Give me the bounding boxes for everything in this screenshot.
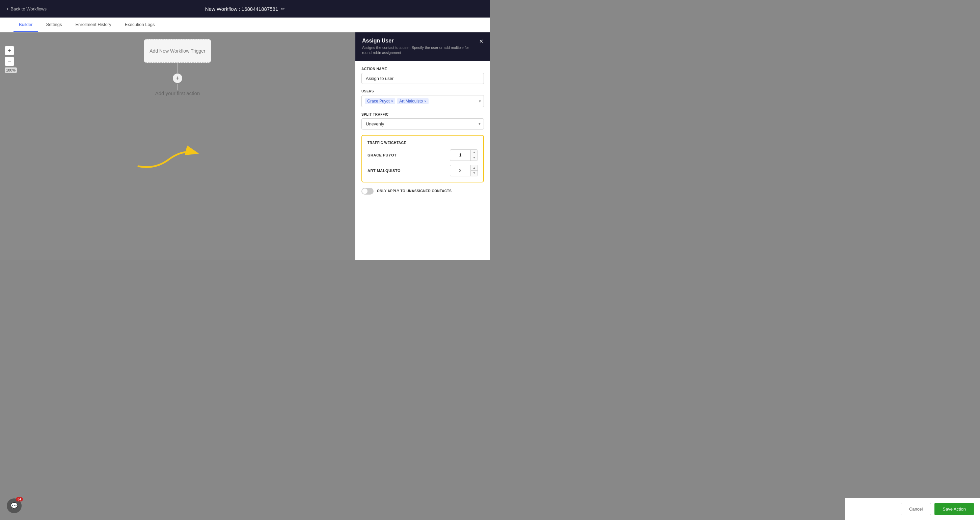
toggle-row: ONLY APPLY TO UNASSIGNED CONTACTS	[361, 188, 484, 195]
weightage-stepper-art: ▲ ▼	[450, 165, 478, 176]
add-action-button[interactable]: +	[172, 73, 183, 84]
close-button[interactable]: ×	[479, 38, 483, 44]
canvas-area: + − 100% Add New Workflow Trigger + Add …	[0, 32, 355, 260]
weightage-row-grace: GRACE PUYOT ▲ ▼	[368, 149, 478, 161]
back-label: Back to Workflows	[10, 6, 46, 11]
stepper-arrows-grace: ▲ ▼	[471, 150, 477, 160]
stepper-up-grace[interactable]: ▲	[471, 150, 477, 155]
stepper-up-art[interactable]: ▲	[471, 165, 477, 171]
connector-line-1	[177, 63, 178, 73]
toggle-label: ONLY APPLY TO UNASSIGNED CONTACTS	[377, 189, 452, 193]
tab-bar: Builder Settings Enrollment History Exec…	[0, 17, 490, 32]
zoom-level: 100%	[5, 67, 17, 73]
split-traffic-select[interactable]: Evenly Unevenly	[361, 118, 484, 130]
unassigned-toggle[interactable]	[361, 188, 374, 195]
top-bar: ‹ Back to Workflows New Workflow : 16884…	[0, 0, 490, 17]
user-tag-art-close[interactable]: ×	[424, 99, 426, 103]
first-action-label: Add your first action	[155, 90, 200, 96]
add-action-icon: +	[176, 75, 180, 82]
trigger-node[interactable]: Add New Workflow Trigger	[144, 39, 211, 63]
tab-execution-logs[interactable]: Execution Logs	[119, 18, 160, 32]
user-tag-grace: Grace Puyot ×	[365, 98, 395, 104]
stepper-down-grace[interactable]: ▼	[471, 155, 477, 160]
panel-title: Assign User	[362, 38, 476, 44]
panel-title-area: Assign User Assigns the contact to a use…	[362, 38, 476, 55]
user-tag-grace-name: Grace Puyot	[367, 99, 390, 103]
weightage-name-art: ART MALQUISTO	[368, 169, 401, 173]
user-tag-art: Art Malquisto ×	[397, 98, 428, 104]
stepper-arrows-art: ▲ ▼	[471, 165, 477, 176]
zoom-in-button[interactable]: +	[5, 46, 14, 55]
traffic-weightage-box: TRAFFIC WEIGHTAGE GRACE PUYOT ▲ ▼ ART MA…	[361, 135, 484, 182]
zoom-out-button[interactable]: −	[5, 57, 14, 66]
weightage-name-grace: GRACE PUYOT	[368, 153, 396, 157]
toggle-knob	[362, 189, 368, 194]
edit-icon[interactable]: ✏	[281, 6, 285, 11]
users-field-group: USERS Grace Puyot × Art Malquisto × ▾	[361, 89, 484, 107]
action-name-field-group: ACTION NAME	[361, 67, 484, 84]
right-panel: Assign User Assigns the contact to a use…	[355, 32, 490, 260]
action-name-input[interactable]	[361, 73, 484, 84]
users-label: USERS	[361, 89, 484, 93]
zoom-controls: + − 100%	[5, 46, 17, 73]
stepper-input-art[interactable]	[450, 166, 471, 174]
back-button[interactable]: ‹ Back to Workflows	[7, 6, 46, 12]
weightage-row-art: ART MALQUISTO ▲ ▼	[368, 165, 478, 176]
workflow-title: New Workflow : 1688441887581 ✏	[205, 6, 285, 12]
tab-builder[interactable]: Builder	[13, 18, 38, 32]
connector-line-2	[177, 84, 178, 90]
main-area: + − 100% Add New Workflow Trigger + Add …	[0, 32, 490, 260]
workflow-nodes: Add New Workflow Trigger + Add your firs…	[144, 39, 211, 96]
stepper-input-grace[interactable]	[450, 151, 471, 159]
users-field[interactable]: Grace Puyot × Art Malquisto × ▾	[361, 95, 484, 107]
tab-settings[interactable]: Settings	[40, 18, 67, 32]
panel-body: ACTION NAME USERS Grace Puyot × Art Malq…	[355, 61, 490, 260]
panel-header: Assign User Assigns the contact to a use…	[355, 32, 490, 61]
user-tag-art-name: Art Malquisto	[399, 99, 423, 103]
trigger-node-label: Add New Workflow Trigger	[150, 48, 205, 54]
split-traffic-label: SPLIT TRAFFIC	[361, 113, 484, 116]
split-traffic-field-group: SPLIT TRAFFIC Evenly Unevenly ▾	[361, 113, 484, 130]
action-name-label: ACTION NAME	[361, 67, 484, 71]
split-traffic-wrapper: Evenly Unevenly ▾	[361, 118, 484, 130]
back-arrow-icon: ‹	[7, 6, 8, 12]
weightage-title: TRAFFIC WEIGHTAGE	[368, 141, 478, 145]
weightage-stepper-grace: ▲ ▼	[450, 149, 478, 161]
users-field-arrow-icon: ▾	[479, 99, 481, 103]
panel-subtitle: Assigns the contact to a user. Specify t…	[362, 45, 476, 55]
stepper-down-art[interactable]: ▼	[471, 171, 477, 176]
workflow-title-text: New Workflow : 1688441887581	[205, 6, 278, 12]
user-tag-grace-close[interactable]: ×	[391, 99, 393, 103]
arrow-annotation	[135, 133, 202, 173]
tab-enrollment-history[interactable]: Enrollment History	[70, 18, 116, 32]
